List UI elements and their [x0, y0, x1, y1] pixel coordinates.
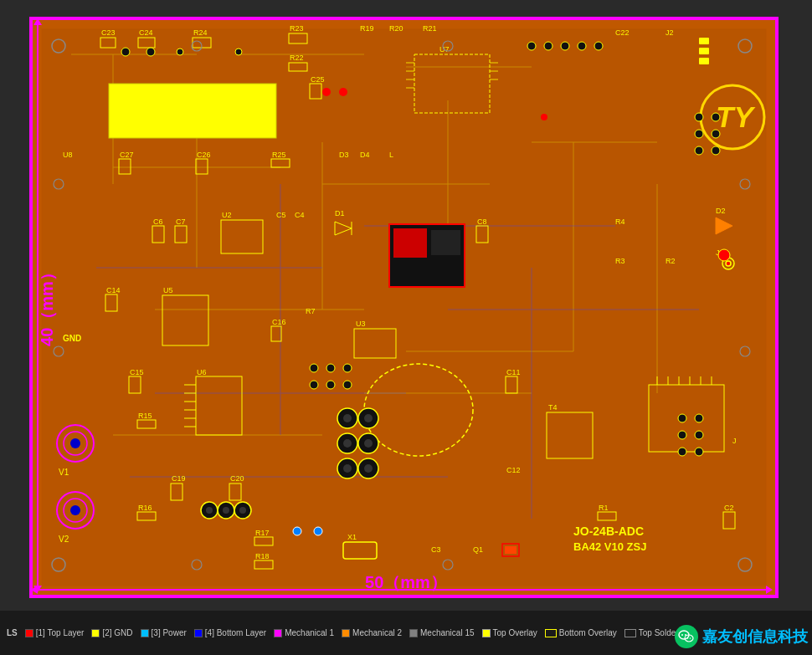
svg-point-201: [314, 527, 322, 535]
bottom-overlay-swatch: [545, 629, 557, 637]
svg-text:C24: C24: [139, 28, 153, 37]
svg-text:V2: V2: [59, 535, 69, 544]
svg-point-183: [712, 146, 720, 155]
svg-point-180: [695, 130, 703, 138]
layer-bottom[interactable]: [4] Bottom Layer: [192, 627, 269, 639]
svg-text:U8: U8: [63, 151, 73, 159]
layer-mech1[interactable]: Mechanical 1: [271, 627, 337, 639]
svg-point-211: [343, 464, 352, 473]
svg-point-195: [343, 381, 352, 389]
svg-text:C7: C7: [176, 217, 186, 226]
ls-label: LS: [4, 627, 20, 639]
svg-text:R23: R23: [290, 24, 304, 33]
svg-text:R15: R15: [138, 412, 152, 420]
svg-rect-53: [699, 48, 709, 54]
svg-point-182: [695, 146, 703, 155]
svg-text:C3: C3: [431, 545, 441, 554]
svg-point-213: [364, 464, 373, 473]
svg-point-178: [695, 113, 703, 121]
svg-text:C23: C23: [101, 28, 116, 37]
svg-point-197: [339, 88, 347, 96]
svg-text:U2: U2: [222, 211, 232, 219]
svg-text:D4: D4: [360, 151, 370, 159]
svg-point-231: [690, 637, 691, 639]
mech2-layer-swatch: [342, 629, 350, 637]
power-layer-swatch: [141, 629, 149, 637]
svg-text:C4: C4: [295, 211, 305, 219]
layer-top[interactable]: [1] Top Layer: [23, 627, 87, 639]
layer-top-solder[interactable]: Top Solder: [622, 627, 681, 639]
svg-point-193: [310, 381, 318, 389]
svg-rect-80: [431, 230, 460, 255]
svg-point-203: [343, 414, 352, 422]
svg-text:R20: R20: [389, 24, 403, 33]
svg-text:C27: C27: [120, 151, 134, 159]
mech15-layer-label: Mechanical 15: [420, 628, 474, 637]
svg-point-190: [310, 364, 318, 372]
layer-power[interactable]: [3] Power: [138, 627, 189, 639]
svg-text:C16: C16: [272, 318, 286, 326]
svg-text:C19: C19: [172, 474, 186, 483]
svg-point-179: [712, 113, 720, 121]
mech15-layer-swatch: [409, 629, 418, 637]
layer-bottom-overlay[interactable]: Bottom Overlay: [542, 627, 619, 639]
svg-point-181: [712, 130, 720, 138]
svg-point-209: [364, 439, 373, 448]
svg-text:V1: V1: [59, 468, 69, 477]
bottom-layer-swatch: [194, 629, 203, 637]
svg-point-187: [695, 431, 703, 439]
mech1-layer-swatch: [274, 629, 282, 637]
top-solder-label: Top Solder: [639, 628, 679, 637]
svg-point-191: [326, 364, 335, 372]
layer-mech15[interactable]: Mechanical 15: [407, 627, 476, 639]
svg-text:U5: U5: [163, 286, 173, 294]
svg-point-173: [527, 42, 536, 50]
svg-point-192: [343, 364, 352, 372]
pcb-container: C23 C24 R24 R23 R19 R20 R21 R22 C25 U7: [0, 0, 812, 611]
svg-text:R2: R2: [666, 257, 676, 265]
svg-text:C26: C26: [197, 151, 211, 159]
svg-text:GND: GND: [63, 334, 81, 343]
svg-text:R22: R22: [290, 54, 304, 62]
layer-top-overlay[interactable]: Top Overlay: [480, 627, 540, 639]
svg-point-172: [235, 49, 242, 55]
svg-point-169: [121, 48, 130, 56]
svg-text:T4: T4: [548, 403, 558, 412]
svg-point-199: [718, 249, 730, 261]
svg-point-171: [177, 49, 183, 55]
svg-text:R18: R18: [255, 552, 270, 560]
svg-text:C22: C22: [615, 28, 630, 37]
svg-point-227: [681, 634, 683, 636]
svg-point-185: [695, 414, 703, 422]
svg-text:R4: R4: [615, 217, 625, 226]
layer-mech2[interactable]: Mechanical 2: [339, 627, 404, 639]
svg-rect-52: [699, 38, 709, 44]
svg-text:U3: U3: [356, 320, 366, 328]
svg-text:J2: J2: [666, 28, 674, 37]
svg-text:R16: R16: [138, 504, 152, 512]
gnd-layer-swatch: [91, 629, 100, 637]
svg-text:R24: R24: [193, 28, 208, 37]
svg-point-177: [594, 42, 603, 50]
power-layer-label: [3] Power: [152, 628, 187, 637]
mech1-layer-label: Mechanical 1: [285, 628, 334, 637]
layer-gnd[interactable]: [2] GND: [89, 627, 135, 639]
svg-text:TY: TY: [716, 100, 755, 133]
layer-toolbar: LS [1] Top Layer [2] GND [3] Power [4] B…: [0, 611, 812, 655]
svg-text:C20: C20: [230, 474, 244, 483]
svg-text:R17: R17: [255, 529, 270, 537]
svg-text:R21: R21: [423, 24, 437, 33]
vertical-dimension: 40（mm）: [36, 264, 59, 346]
svg-point-127: [70, 438, 80, 448]
svg-point-200: [293, 527, 301, 535]
svg-text:J: J: [732, 437, 737, 445]
svg-text:BA42 V10 ZSJ: BA42 V10 ZSJ: [573, 540, 646, 553]
svg-point-88: [726, 261, 731, 266]
svg-text:R25: R25: [272, 151, 286, 159]
svg-rect-54: [699, 58, 709, 64]
svg-point-217: [223, 507, 229, 514]
svg-rect-149: [505, 546, 516, 554]
svg-text:Q1: Q1: [473, 545, 483, 554]
svg-text:C15: C15: [130, 368, 144, 376]
svg-text:C8: C8: [477, 217, 487, 226]
